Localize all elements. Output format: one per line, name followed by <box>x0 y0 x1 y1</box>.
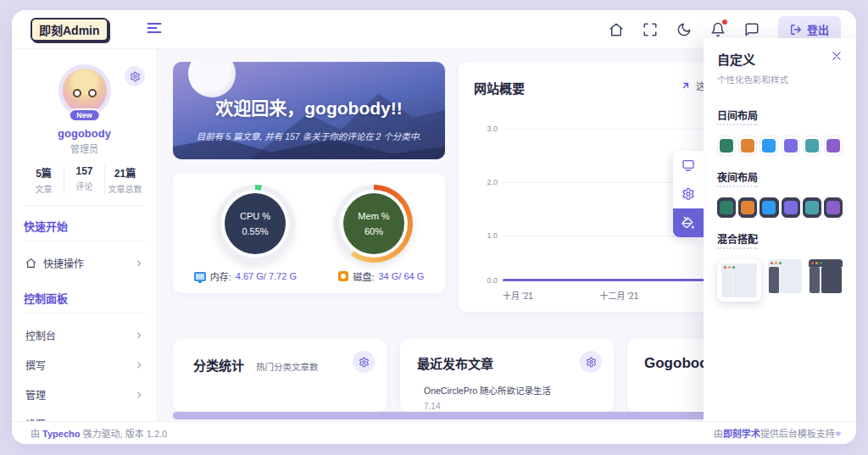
night-swatch-teal[interactable] <box>803 197 821 218</box>
recent-settings-gear-icon[interactable] <box>580 351 602 373</box>
disk-label: 磁盘: <box>353 269 374 283</box>
username: gogobody <box>24 127 145 140</box>
stat-comments: 157 评论 <box>64 165 104 195</box>
disk-usage: 磁盘: 34 G/ 64 G <box>338 269 424 283</box>
messages-chat-icon[interactable] <box>744 22 760 37</box>
day-layout-title: 日间布局 <box>717 108 758 125</box>
night-color-swatches <box>717 197 843 218</box>
avatar[interactable]: New <box>58 64 111 117</box>
night-swatch-purple[interactable] <box>782 197 800 218</box>
sidebar-item-manage[interactable]: 管理 <box>24 380 145 409</box>
welcome-title: 欢迎回来，gogobody!! <box>173 94 445 119</box>
x-tick: 十月 '21 <box>503 289 533 302</box>
fullscreen-icon[interactable] <box>643 22 658 37</box>
mix-layout-options <box>717 259 843 302</box>
recent-post-item[interactable]: OneCirclePro 随心所欲记录生活 <box>400 372 614 397</box>
category-card-title: 分类统计 <box>193 356 244 374</box>
night-swatch-violet[interactable] <box>824 197 843 218</box>
y-tick: 1.0 <box>474 231 498 240</box>
stat-comments-value: 157 <box>64 165 104 177</box>
day-swatch-violet[interactable] <box>824 136 843 156</box>
home-icon[interactable] <box>609 22 624 37</box>
category-card-subtitle: 热门分类文章数 <box>256 360 319 373</box>
mem-gauge-value: 60% <box>364 226 383 236</box>
day-swatch-blue[interactable] <box>760 136 778 156</box>
footer-powered-by: 由 Typecho 强力驱动, 版本 1.2.0 <box>31 426 167 440</box>
chart-title: 网站概要 <box>474 79 525 97</box>
drawer-subtitle: 个性化色彩和样式 <box>717 73 843 94</box>
y-tick: 3.0 <box>474 125 498 133</box>
category-settings-gear-icon[interactable] <box>353 351 375 373</box>
typecho-link[interactable]: Typecho <box>42 429 80 439</box>
sidebar-item-label: 快捷操作 <box>43 256 84 270</box>
memory-value: 4.67 G/ 7.72 G <box>236 271 297 281</box>
heart-icon: ♥ <box>835 428 841 440</box>
logout-icon <box>790 24 802 36</box>
y-tick: 2.0 <box>474 178 498 186</box>
mix-option-dark[interactable] <box>809 259 843 293</box>
customize-drawer: 自定义 个性化色彩和样式 日间布局 夜间布局 混合搭配 <box>704 38 856 421</box>
sidebar-item-label: 控制台 <box>25 328 56 342</box>
memory-label: 内存: <box>210 269 231 283</box>
profile-settings-gear-icon[interactable] <box>125 66 145 86</box>
profile-card: New gogobody 管理员 <box>24 64 145 155</box>
day-swatch-purple[interactable] <box>782 136 800 156</box>
day-swatch-orange[interactable] <box>738 136 757 156</box>
system-monitor-card: CPU % 0.55% Mem % 60% 内存: 4.67 G/ 7.72 G <box>173 173 445 293</box>
night-layout-title: 夜间布局 <box>717 169 758 187</box>
stat-articles-label: 文章 <box>24 182 64 195</box>
avatar-image <box>63 69 107 113</box>
y-tick: 0.0 <box>474 276 498 285</box>
notifications-bell-icon[interactable] <box>710 22 726 37</box>
sidebar-item-console[interactable]: 控制台 <box>24 320 145 350</box>
day-swatch-green[interactable] <box>717 136 736 156</box>
theme-tools <box>673 151 704 237</box>
app-logo[interactable]: 即刻Admin <box>31 18 108 42</box>
home-icon <box>25 258 36 269</box>
paint-bucket-button[interactable] <box>673 208 704 237</box>
mem-gauge: Mem % 60% <box>327 185 420 263</box>
user-stats: 5篇 文章 157 评论 21篇 文章总数 <box>24 165 145 206</box>
sidebar-item-label: 管理 <box>25 387 46 402</box>
mem-gauge-label: Mem % <box>358 211 389 221</box>
notification-dot <box>722 19 727 25</box>
day-swatch-teal[interactable] <box>803 136 821 156</box>
hamburger-menu-icon[interactable] <box>146 19 163 40</box>
jikexueshu-link[interactable]: 即刻学术 <box>723 429 760 439</box>
stat-total-value: 21篇 <box>105 165 145 180</box>
night-swatch-orange[interactable] <box>738 197 757 218</box>
footer-template-credit: 由即刻学术提供后台模板支持♥ <box>714 426 841 440</box>
mix-option-light[interactable] <box>717 259 761 302</box>
welcome-banner: 欢迎回来，gogobody!! 目前有 5 篇文章, 并有 157 条关于你的评… <box>173 62 445 159</box>
settings-gear-button[interactable] <box>673 180 704 208</box>
stat-total-label: 文章总数 <box>105 182 145 195</box>
dark-mode-moon-icon[interactable] <box>676 22 692 37</box>
sidebar-item-write[interactable]: 撰写 <box>24 350 145 380</box>
section-quickstart-title: 快速开始 <box>24 218 145 241</box>
x-tick: 十二月 '21 <box>599 289 638 302</box>
welcome-subtitle: 目前有 5 篇文章, 并有 157 条关于你的评论在 2 个分类中. <box>173 130 445 142</box>
recent-post-date: 7.14 <box>400 397 614 411</box>
computer-icon <box>194 272 206 281</box>
moon-image <box>188 62 236 97</box>
sidebar-item-quick-action[interactable]: 快捷操作 <box>24 248 145 278</box>
disk-value: 34 G/ 64 G <box>378 271 424 281</box>
layout-monitor-button[interactable] <box>673 151 704 180</box>
resource-summary: 内存: 4.67 G/ 7.72 G 磁盘: 34 G/ 64 G <box>173 269 445 283</box>
night-swatch-green[interactable] <box>717 197 736 218</box>
chevron-right-icon <box>135 391 143 399</box>
stat-comments-label: 评论 <box>64 180 104 192</box>
recent-posts-card: 最近发布文章 OneCirclePro 随心所欲记录生活 7.14 <box>400 339 614 412</box>
disk-icon <box>338 271 348 281</box>
logout-label: 登出 <box>807 21 829 37</box>
arrow-up-right-icon <box>681 80 691 91</box>
section-panel-title: 控制面板 <box>24 290 145 314</box>
user-role: 管理员 <box>24 141 145 155</box>
memory-usage: 内存: 4.67 G/ 7.72 G <box>194 269 297 283</box>
mix-option-dark-sidebar[interactable] <box>768 259 802 293</box>
night-swatch-blue[interactable] <box>760 197 778 218</box>
day-color-swatches <box>717 136 843 156</box>
drawer-title: 自定义 <box>717 50 755 68</box>
close-icon[interactable] <box>831 50 843 62</box>
app-window: 即刻Admin 登出 New gogobody 管理员 <box>12 10 856 444</box>
